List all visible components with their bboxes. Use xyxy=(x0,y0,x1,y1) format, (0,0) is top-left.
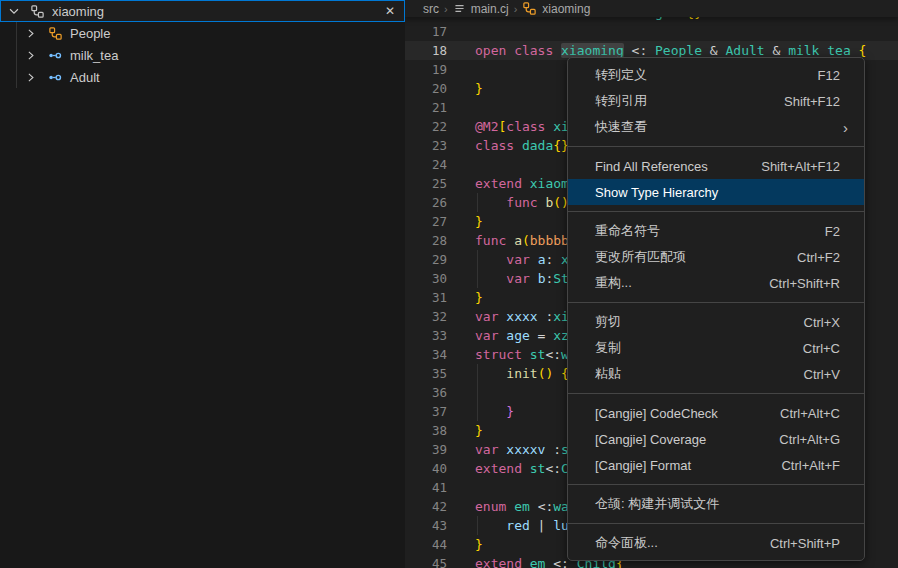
code-token: func xyxy=(475,233,506,248)
line-number: 34 xyxy=(405,345,447,364)
breadcrumb-item[interactable]: xiaoming xyxy=(542,2,590,16)
menu-item-重命名符号[interactable]: 重命名符号F2 xyxy=(568,218,864,244)
context-menu: 转到定义F12转到引用Shift+F12快速查看›Find All Refere… xyxy=(567,57,865,561)
menu-item-shortcut: F12 xyxy=(818,68,840,83)
menu-item-shortcut: Ctrl+Shift+R xyxy=(769,276,840,291)
menu-item-shortcut: Ctrl+Alt+F xyxy=(781,458,840,473)
menu-item-label: 重命名符号 xyxy=(595,222,825,240)
code-token xyxy=(506,43,514,58)
line-content: enum em <:wat xyxy=(475,497,577,516)
menu-item-转到引用[interactable]: 转到引用Shift+F12 xyxy=(568,88,864,114)
line-content: red | lue xyxy=(475,516,577,535)
menu-item--cangjie-format[interactable]: [Cangjie] FormatCtrl+Alt+F xyxy=(568,452,864,478)
line-number: 28 xyxy=(405,231,447,250)
line-content: } xyxy=(475,535,483,554)
code-token: var xyxy=(506,271,529,286)
menu-item-命令面板-[interactable]: 命令面板...Ctrl+Shift+P xyxy=(568,530,864,556)
code-token: extend xyxy=(475,176,522,191)
line-number: 22 xyxy=(405,117,447,136)
code-token: @M2 xyxy=(475,119,498,134)
menu-item-label: Show Type Hierarchy xyxy=(595,185,840,200)
line-content: func a(bbbbbb xyxy=(475,231,577,250)
code-token xyxy=(530,499,538,514)
code-token: { xyxy=(859,43,867,58)
code-token: <: xyxy=(538,499,554,514)
code-token: em xyxy=(530,556,546,568)
code-line-17[interactable]: 17 xyxy=(405,22,898,41)
code-token: var xyxy=(475,309,498,324)
menu-item-shortcut: Ctrl+Alt+G xyxy=(779,432,840,447)
line-number: 39 xyxy=(405,440,447,459)
chevron-right-icon[interactable] xyxy=(24,27,37,40)
line-content: } xyxy=(475,421,483,440)
code-token xyxy=(553,366,561,381)
menu-item-重构-[interactable]: 重构...Ctrl+Shift+R xyxy=(568,270,864,296)
menu-item-仓颉-构建并调试文件[interactable]: 仓颉: 构建并调试文件 xyxy=(568,491,864,517)
code-token: | xyxy=(530,518,553,533)
code-token: xxxx xyxy=(506,309,537,324)
code-token: class xyxy=(475,138,514,153)
line-number: 27 xyxy=(405,212,447,231)
line-content: } xyxy=(475,79,483,98)
tree-item-label: milk_tea xyxy=(70,48,118,63)
menu-item-剪切[interactable]: 剪切Ctrl+X xyxy=(568,309,864,335)
code-token: <: xyxy=(545,347,561,362)
code-token xyxy=(475,271,506,286)
code-token xyxy=(506,499,514,514)
menu-item--cangjie-coverage[interactable]: [Cangjie] CoverageCtrl+Alt+G xyxy=(568,426,864,452)
menu-item-快速查看[interactable]: 快速查看› xyxy=(568,114,864,140)
code-token: & xyxy=(702,43,725,58)
line-number: 33 xyxy=(405,326,447,345)
line-number: 37 xyxy=(405,402,447,421)
panel-header[interactable]: xiaoming ✕ xyxy=(0,0,405,22)
code-token xyxy=(553,43,561,58)
chevron-down-icon[interactable] xyxy=(7,4,21,18)
menu-item-label: [Cangjie] Format xyxy=(595,458,781,473)
line-number: 21 xyxy=(405,98,447,117)
chevron-right-icon[interactable] xyxy=(24,49,37,62)
menu-item-shortcut: Shift+Alt+F12 xyxy=(761,159,840,174)
code-token xyxy=(851,43,859,58)
line-content: class dada{} xyxy=(475,136,569,155)
tree-item-adult[interactable]: Adult xyxy=(0,66,405,88)
menu-item-转到定义[interactable]: 转到定义F12 xyxy=(568,62,864,88)
breadcrumb-separator: › xyxy=(514,3,518,15)
menu-item--cangjie-codecheck[interactable]: [Cangjie] CodeCheckCtrl+Alt+C xyxy=(568,400,864,426)
code-token xyxy=(475,518,506,533)
menu-item-更改所有匹配项[interactable]: 更改所有匹配项Ctrl+F2 xyxy=(568,244,864,270)
menu-item-label: 命令面板... xyxy=(595,534,770,552)
line-number: 36 xyxy=(405,383,447,402)
line-content: var xxxx :xia xyxy=(475,307,577,326)
tree-item-milk_tea[interactable]: milk_tea xyxy=(0,44,405,66)
menu-item-find-all-references[interactable]: Find All ReferencesShift+Alt+F12 xyxy=(568,153,864,179)
menu-separator xyxy=(568,302,864,303)
chevron-right-icon[interactable] xyxy=(24,71,37,84)
class-icon xyxy=(48,26,63,41)
menu-item-粘贴[interactable]: 粘贴Ctrl+V xyxy=(568,361,864,387)
breadcrumb-item[interactable]: src xyxy=(423,2,439,16)
close-icon[interactable]: ✕ xyxy=(385,5,395,17)
code-token xyxy=(475,252,506,267)
line-content: @M2[class xia xyxy=(475,117,577,136)
code-token: <: xyxy=(624,43,655,58)
code-token: } xyxy=(475,423,483,438)
menu-item-label: 剪切 xyxy=(595,313,804,331)
code-token: var xyxy=(475,442,498,457)
code-token: open xyxy=(475,43,506,58)
class-icon xyxy=(30,4,45,19)
tree-item-people[interactable]: People xyxy=(0,22,405,44)
code-token: Adult xyxy=(726,43,765,58)
line-number: 45 xyxy=(405,554,447,568)
line-number: 30 xyxy=(405,269,447,288)
menu-item-label: 快速查看 xyxy=(595,118,843,136)
breadcrumb-item[interactable]: main.cj xyxy=(471,2,509,16)
line-content: struct st<:wa xyxy=(475,345,577,364)
menu-item-复制[interactable]: 复制Ctrl+C xyxy=(568,335,864,361)
menu-item-show-type-hierarchy[interactable]: Show Type Hierarchy xyxy=(568,179,864,205)
tree-indent-guide xyxy=(16,22,17,88)
code-token: & xyxy=(765,43,788,58)
code-token: () xyxy=(538,366,554,381)
line-number: 35 xyxy=(405,364,447,383)
code-token: ( xyxy=(522,233,530,248)
tree-item-label: People xyxy=(70,26,110,41)
